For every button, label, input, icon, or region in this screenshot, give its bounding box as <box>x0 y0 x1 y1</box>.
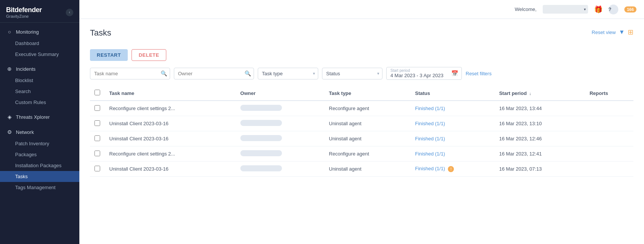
sidebar-logo: Bitdefender GravityZone ‹ <box>0 0 79 23</box>
date-range-label: Start period <box>390 68 449 73</box>
row-checkbox[interactable] <box>94 151 100 156</box>
row-reports <box>585 146 633 162</box>
notification-badge[interactable]: 166 <box>624 6 636 12</box>
status-link[interactable]: Finished (1/1) <box>415 136 445 141</box>
sidebar-section-network: ⚙ Network Patch Inventory Packages Insta… <box>0 123 79 193</box>
sidebar-header-monitoring[interactable]: ○ Monitoring <box>0 26 79 38</box>
delete-button[interactable]: DELETE <box>132 49 166 61</box>
row-owner <box>236 131 325 146</box>
sidebar-section-label-incidents: Incidents <box>16 66 36 72</box>
status-warning-icon: ! <box>448 166 454 172</box>
row-checkbox[interactable] <box>94 135 100 141</box>
status-link[interactable]: Finished (1/1) <box>415 151 445 157</box>
gift-icon-button[interactable]: 🎁 <box>594 5 602 14</box>
row-start-period: 16 Mar 2023, 07:13 <box>495 162 585 177</box>
table-row: Uninstall Client 2023-03-16 Uninstall ag… <box>90 116 633 131</box>
row-owner <box>236 116 325 131</box>
row-status: Finished (1/1) <box>410 131 494 146</box>
row-owner <box>236 162 325 177</box>
col-task-name: Task name <box>105 86 236 101</box>
task-type-select[interactable]: Task type <box>258 68 318 79</box>
select-all-checkbox[interactable] <box>94 90 100 95</box>
row-reports <box>585 116 633 131</box>
date-range-picker[interactable]: Start period 4 Mar 2023 - 3 Apr 2023 📅 <box>386 67 462 80</box>
sidebar-item-patch-inventory[interactable]: Patch Inventory <box>0 138 79 149</box>
incidents-icon: ⊕ <box>6 66 13 72</box>
reset-filters-button[interactable]: Reset filters <box>466 71 492 76</box>
welcome-text: Welcome, <box>515 6 537 12</box>
status-link[interactable]: Finished (1/1) <box>415 121 445 126</box>
filter-icon-button[interactable]: ▼ <box>619 29 625 36</box>
sidebar-item-installation-packages[interactable]: Installation Packages <box>0 160 79 171</box>
row-owner <box>236 101 325 116</box>
row-reports <box>585 162 633 177</box>
row-task-name: Reconfigure client settings 2... <box>105 101 236 116</box>
calendar-icon: 📅 <box>451 70 458 77</box>
row-owner <box>236 146 325 162</box>
toolbar-right: Reset view ▼ ⊞ <box>592 28 633 36</box>
reset-view-button[interactable]: Reset view <box>592 30 616 35</box>
row-task-type: Uninstall agent <box>324 131 410 146</box>
row-task-type: Uninstall agent <box>324 116 410 131</box>
sidebar-item-executive-summary[interactable]: Executive Summary <box>0 49 79 60</box>
logo-text: Bitdefender GravityZone <box>6 6 42 19</box>
row-status: Finished (1/1) <box>410 146 494 162</box>
restart-button[interactable]: RESTART <box>90 49 128 61</box>
task-type-filter-wrap: Task type ▾ <box>258 68 318 79</box>
sidebar-item-custom-rules[interactable]: Custom Rules <box>0 97 79 108</box>
sidebar-item-tasks[interactable]: Tasks <box>0 171 79 182</box>
help-icon-button[interactable]: ? <box>608 5 618 14</box>
owner-placeholder <box>240 150 282 156</box>
row-checkbox[interactable] <box>94 120 100 126</box>
col-reports: Reports <box>585 86 633 101</box>
sidebar: Bitdefender GravityZone ‹ ○ Monitoring D… <box>0 0 79 244</box>
row-checkbox-cell <box>90 116 105 131</box>
select-all-header <box>90 86 105 101</box>
row-reports <box>585 101 633 116</box>
sidebar-header-incidents[interactable]: ⊕ Incidents <box>0 63 79 75</box>
owner-placeholder <box>240 135 282 141</box>
sidebar-item-packages[interactable]: Packages <box>0 149 79 160</box>
row-checkbox[interactable] <box>94 105 100 111</box>
sidebar-item-tags-management[interactable]: Tags Management <box>0 182 79 193</box>
sidebar-item-search[interactable]: Search <box>0 86 79 97</box>
sidebar-item-dashboard[interactable]: Dashboard <box>0 38 79 49</box>
filters-row: 🔍 🔍 Task type ▾ Status ▾ Start period <box>90 67 633 80</box>
task-name-input[interactable] <box>90 68 170 79</box>
row-checkbox[interactable] <box>94 166 100 171</box>
settings-icon-button[interactable]: ⊞ <box>628 28 633 36</box>
table-row: Uninstall Client 2023-03-16 Uninstall ag… <box>90 131 633 146</box>
row-checkbox-cell <box>90 101 105 116</box>
sidebar-collapse-button[interactable]: ‹ <box>66 9 73 16</box>
user-selector[interactable] <box>543 5 588 14</box>
row-start-period: 16 Mar 2023, 13:44 <box>495 101 585 116</box>
sidebar-item-blocklist[interactable]: Blocklist <box>0 75 79 86</box>
col-task-type: Task type <box>324 86 410 101</box>
sidebar-header-network[interactable]: ⚙ Network <box>0 126 79 138</box>
row-status: Finished (1/1) <box>410 101 494 116</box>
toolbar-row: RESTART DELETE <box>90 49 633 61</box>
row-start-period: 16 Mar 2023, 12:46 <box>495 131 585 146</box>
logo-main: Bitdefender <box>6 6 42 14</box>
status-select[interactable]: Status <box>322 68 382 79</box>
row-start-period: 16 Mar 2023, 13:10 <box>495 116 585 131</box>
content-area: Tasks Reset view ▼ ⊞ RESTART DELETE 🔍 🔍 <box>79 19 644 244</box>
sidebar-header-threats-xplorer[interactable]: ◈ Threats Xplorer <box>0 111 79 123</box>
status-filter-wrap: Status ▾ <box>322 68 382 79</box>
row-start-period: 16 Mar 2023, 12:41 <box>495 146 585 162</box>
row-task-name: Uninstall Client 2023-03-16 <box>105 131 236 146</box>
logo-sub: GravityZone <box>6 14 42 19</box>
status-link[interactable]: Finished (1/1) <box>415 106 445 111</box>
user-selector-wrapper: ▾ <box>543 5 588 14</box>
sort-icon-start-period: ↓ <box>529 91 531 96</box>
owner-input[interactable] <box>174 68 254 79</box>
sidebar-section-label-network: Network <box>16 129 34 135</box>
sidebar-section-threats-xplorer: ◈ Threats Xplorer <box>0 108 79 123</box>
sidebar-section-monitoring: ○ Monitoring Dashboard Executive Summary <box>0 23 79 60</box>
page-title: Tasks <box>90 28 111 38</box>
main-panel: Welcome, ▾ 🎁 ? 166 Tasks Reset view ▼ ⊞ … <box>79 0 644 244</box>
status-link[interactable]: Finished (1/1) <box>415 166 445 171</box>
threats-xplorer-icon: ◈ <box>6 114 13 120</box>
col-start-period[interactable]: Start period ↓ <box>495 86 585 101</box>
row-task-type: Reconfigure agent <box>324 101 410 116</box>
